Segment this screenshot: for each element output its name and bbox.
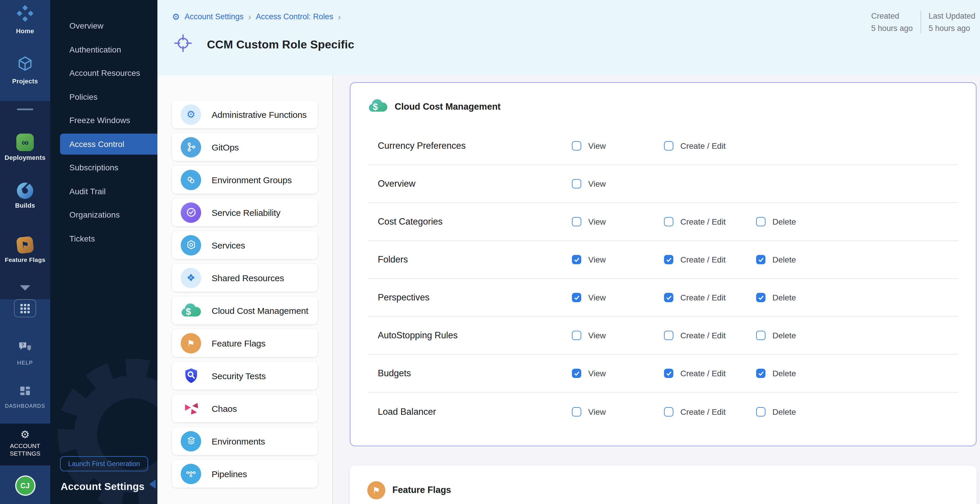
permission-cell-cost-categories-delete: Delete <box>756 217 848 226</box>
nav-builds[interactable]: Builds <box>0 183 50 209</box>
checkbox-folders-delete[interactable] <box>756 255 765 264</box>
checkbox-label: Delete <box>772 407 796 416</box>
checkbox-currency-preferences-view[interactable] <box>572 141 581 150</box>
sidebar-item-subscriptions[interactable]: Subscriptions <box>50 157 158 178</box>
nav-help[interactable]: ? HELP <box>0 341 50 366</box>
resource-card-gitops[interactable]: GitOps <box>172 133 318 161</box>
checkbox-label: View <box>588 217 606 226</box>
checkbox-perspectives-delete[interactable] <box>756 293 765 302</box>
checkbox-folders-create-edit[interactable] <box>664 255 673 264</box>
module-picker-button[interactable] <box>0 299 50 317</box>
resource-card-label: Cloud Cost Management <box>212 305 309 315</box>
checkbox-label: Create / Edit <box>680 407 726 416</box>
feature-flags-icon: ⚑ <box>181 333 201 353</box>
resource-card-administrative-functions[interactable]: ⚙Administrative Functions <box>172 100 318 128</box>
breadcrumb-separator: › <box>338 12 341 22</box>
resource-card-cloud-cost-management[interactable]: $Cloud Cost Management <box>172 296 318 324</box>
permission-row-budgets: BudgetsViewCreate / EditDelete <box>368 355 958 392</box>
updated-value: 5 hours ago <box>928 22 975 34</box>
sidebar-item-freeze-windows[interactable]: Freeze Windows <box>50 110 158 131</box>
gitops-icon <box>181 137 201 157</box>
sidebar-collapse-button[interactable] <box>149 480 156 489</box>
breadcrumb-access-control-roles[interactable]: Access Control: Roles <box>256 12 334 21</box>
resource-card-shared-resources[interactable]: ❖Shared Resources <box>172 264 318 292</box>
sidebar-item-tickets[interactable]: Tickets <box>50 228 158 249</box>
created-label: Created <box>871 10 913 22</box>
permission-resource-label: Folders <box>378 254 572 265</box>
resource-card-chaos[interactable]: Chaos <box>172 394 318 422</box>
resource-card-pipelines[interactable]: Pipelines <box>172 460 318 488</box>
ccm-section-header: $ Cloud Cost Management <box>368 83 958 127</box>
environments-icon <box>181 431 201 451</box>
permission-resource-label: Cost Categories <box>378 217 572 227</box>
checkbox-autostopping-rules-create-edit[interactable] <box>664 331 673 340</box>
checkbox-cost-categories-delete[interactable] <box>756 217 765 226</box>
chaos-icon <box>181 398 201 419</box>
launch-first-generation-button[interactable]: Launch First Generation <box>60 456 148 471</box>
checkbox-cost-categories-view[interactable] <box>572 217 581 226</box>
nav-help-label: HELP <box>17 359 33 366</box>
sidebar-item-audit-trail[interactable]: Audit Trail <box>50 180 158 201</box>
nav-deployments[interactable]: ∞ Deployments <box>0 134 50 161</box>
checkbox-folders-view[interactable] <box>572 255 581 264</box>
sidebar-title: Account Settings <box>60 481 145 493</box>
checkbox-label: Create / Edit <box>680 255 726 264</box>
sidebar-item-policies[interactable]: Policies <box>50 86 158 107</box>
checkbox-load-balancer-create-edit[interactable] <box>664 407 673 416</box>
permission-cell-cost-categories-create-edit: Create / Edit <box>664 217 756 226</box>
checkbox-overview-view[interactable] <box>572 179 581 188</box>
resource-card-label: Environments <box>212 436 265 446</box>
checkbox-autostopping-rules-view[interactable] <box>572 331 581 340</box>
cloud-cost-management-icon: $ <box>181 300 201 321</box>
checkbox-label: View <box>588 368 606 378</box>
resource-card-label: Pipelines <box>212 469 247 478</box>
resource-category-list: ⚙Administrative FunctionsGitOpsEnvironme… <box>172 100 332 488</box>
sidebar-item-organizations[interactable]: Organizations <box>50 204 158 225</box>
breadcrumb-account-settings[interactable]: Account Settings <box>185 12 244 21</box>
section-title: Cloud Cost Management <box>395 102 501 112</box>
deployments-icon: ∞ <box>16 134 34 151</box>
created-meta: Created 5 hours ago <box>871 10 913 34</box>
resource-card-service-reliability[interactable]: Service Reliability <box>172 198 318 226</box>
checkbox-perspectives-view[interactable] <box>572 293 581 302</box>
nav-home[interactable]: Home <box>0 5 50 34</box>
nav-feature-flags[interactable]: ⚑ Feature Flags <box>0 237 50 263</box>
sidebar-item-access-control[interactable]: Access Control <box>60 133 158 154</box>
checkbox-budgets-view[interactable] <box>572 368 581 378</box>
checkbox-label: Create / Edit <box>680 141 726 150</box>
resource-card-environments[interactable]: Environments <box>172 427 318 455</box>
permission-cell-load-balancer-delete: Delete <box>756 407 848 416</box>
sidebar-item-overview[interactable]: Overview <box>50 15 158 36</box>
permission-row-load-balancer: Load BalancerViewCreate / EditDelete <box>368 392 958 431</box>
pipelines-icon <box>181 463 201 484</box>
resource-card-feature-flags[interactable]: ⚑Feature Flags <box>172 329 318 357</box>
user-menu[interactable]: CJ <box>0 477 50 494</box>
permission-row-autostopping-rules: AutoStopping RulesViewCreate / EditDelet… <box>368 317 958 355</box>
checkbox-currency-preferences-create-edit[interactable] <box>664 141 673 150</box>
checkbox-load-balancer-delete[interactable] <box>756 407 765 416</box>
checkbox-load-balancer-view[interactable] <box>572 407 581 416</box>
rail-expand-modules[interactable] <box>0 285 50 290</box>
chevron-down-icon <box>20 285 30 290</box>
page-title: CCM Custom Role Specific <box>207 38 354 51</box>
permissions-area[interactable]: $ Cloud Cost Management Currency Prefere… <box>333 75 980 504</box>
resource-card-environment-groups[interactable]: Environment Groups <box>172 166 318 194</box>
nav-dashboards[interactable]: DASHBOARDS <box>0 385 50 409</box>
checkbox-budgets-delete[interactable] <box>756 368 765 378</box>
resource-card-label: Environment Groups <box>212 175 292 185</box>
resource-card-security-tests[interactable]: Security Tests <box>172 362 318 390</box>
resource-card-services[interactable]: Services <box>172 231 318 259</box>
sidebar-item-account-resources[interactable]: Account Resources <box>50 62 158 83</box>
resource-card-label: GitOps <box>212 142 239 152</box>
dashboards-tiles-icon <box>19 385 32 400</box>
checkbox-perspectives-create-edit[interactable] <box>664 293 673 302</box>
sidebar-item-authentication[interactable]: Authentication <box>50 39 158 60</box>
permission-resource-label: Currency Preferences <box>378 140 572 151</box>
nav-projects[interactable]: Projects <box>0 55 50 85</box>
nav-builds-label: Builds <box>15 202 35 209</box>
checkbox-cost-categories-create-edit[interactable] <box>664 217 673 226</box>
nav-account-settings[interactable]: ⚙ ACCOUNT SETTINGS <box>0 429 50 458</box>
checkbox-budgets-create-edit[interactable] <box>664 368 673 378</box>
checkbox-label: Create / Edit <box>680 293 726 302</box>
checkbox-autostopping-rules-delete[interactable] <box>756 331 765 340</box>
